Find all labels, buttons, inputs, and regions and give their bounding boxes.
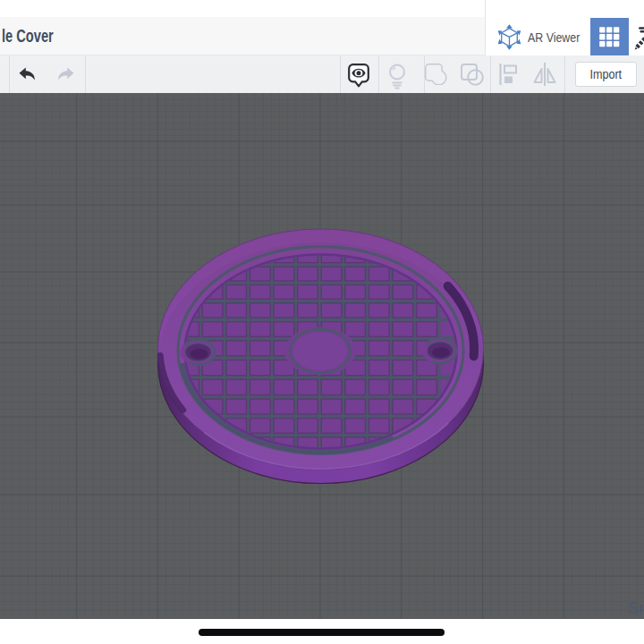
svg-text:Sna: Sna xyxy=(628,599,644,617)
